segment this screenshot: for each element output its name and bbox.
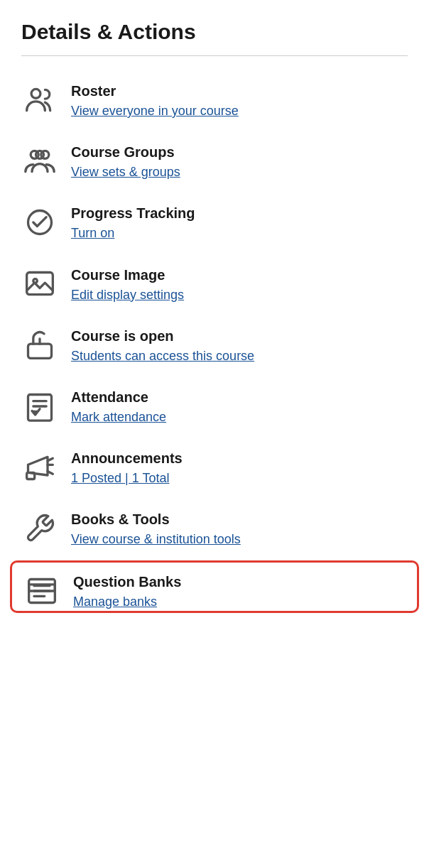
attendance-icon [21, 388, 58, 425]
progress-tracking-title: Progress Tracking [71, 205, 195, 222]
page-title: Details & Actions [21, 20, 408, 44]
svg-rect-5 [27, 272, 53, 294]
course-groups-content: Course Groups View sets & groups [71, 143, 180, 181]
books-tools-link[interactable]: View course & institution tools [71, 531, 241, 548]
course-groups-item: Course Groups View sets & groups [21, 131, 408, 192]
svg-rect-7 [28, 344, 52, 358]
roster-item: Roster View everyone in your course [21, 70, 408, 131]
course-open-icon [21, 327, 58, 364]
announcements-title: Announcements [71, 450, 183, 467]
question-banks-content: Question Banks Manage banks [73, 573, 181, 611]
books-tools-content: Books & Tools View course & institution … [71, 510, 241, 548]
course-image-icon [21, 266, 58, 303]
attendance-title: Attendance [71, 389, 166, 406]
progress-tracking-content: Progress Tracking Turn on [71, 204, 195, 242]
svg-rect-9 [28, 394, 52, 421]
roster-content: Roster View everyone in your course [71, 82, 239, 120]
announcements-item: Announcements 1 Posted | 1 Total [21, 438, 408, 499]
course-image-title: Course Image [71, 267, 184, 283]
books-tools-title: Books & Tools [71, 511, 241, 528]
svg-point-3 [36, 151, 44, 159]
attendance-link[interactable]: Mark attendance [71, 408, 166, 426]
progress-tracking-item: Progress Tracking Turn on [21, 192, 408, 254]
course-open-item: Course is open Students can access this … [21, 315, 408, 376]
course-groups-icon [21, 143, 58, 180]
attendance-content: Attendance Mark attendance [71, 388, 166, 426]
announcements-icon [21, 449, 58, 486]
question-banks-title: Question Banks [73, 574, 181, 590]
question-banks-link[interactable]: Manage banks [73, 593, 181, 611]
svg-rect-19 [29, 584, 55, 590]
course-image-item: Course Image Edit display settings [21, 254, 408, 315]
question-banks-icon [23, 573, 60, 609]
svg-point-0 [31, 89, 40, 98]
main-container: Details & Actions Roster View everyone i… [0, 0, 429, 627]
progress-tracking-link[interactable]: Turn on [71, 224, 195, 242]
books-tools-icon [21, 510, 58, 547]
roster-icon [21, 82, 58, 119]
question-banks-item: Question Banks Manage banks [10, 560, 419, 613]
course-open-title: Course is open [71, 328, 254, 345]
course-groups-link[interactable]: View sets & groups [71, 163, 180, 181]
announcements-content: Announcements 1 Posted | 1 Total [71, 449, 183, 487]
roster-link[interactable]: View everyone in your course [71, 102, 239, 120]
action-list: Roster View everyone in your course Cour… [21, 70, 408, 613]
announcements-link[interactable]: 1 Posted | 1 Total [71, 470, 183, 487]
roster-title: Roster [71, 83, 239, 99]
course-image-link[interactable]: Edit display settings [71, 286, 184, 304]
course-open-content: Course is open Students can access this … [71, 327, 254, 365]
svg-rect-12 [27, 472, 35, 479]
attendance-item: Attendance Mark attendance [21, 376, 408, 438]
divider [21, 55, 408, 56]
course-open-link[interactable]: Students can access this course [71, 347, 254, 365]
books-tools-item: Books & Tools View course & institution … [21, 499, 408, 560]
course-image-content: Course Image Edit display settings [71, 266, 184, 304]
course-groups-title: Course Groups [71, 144, 180, 161]
progress-tracking-icon [21, 204, 58, 241]
